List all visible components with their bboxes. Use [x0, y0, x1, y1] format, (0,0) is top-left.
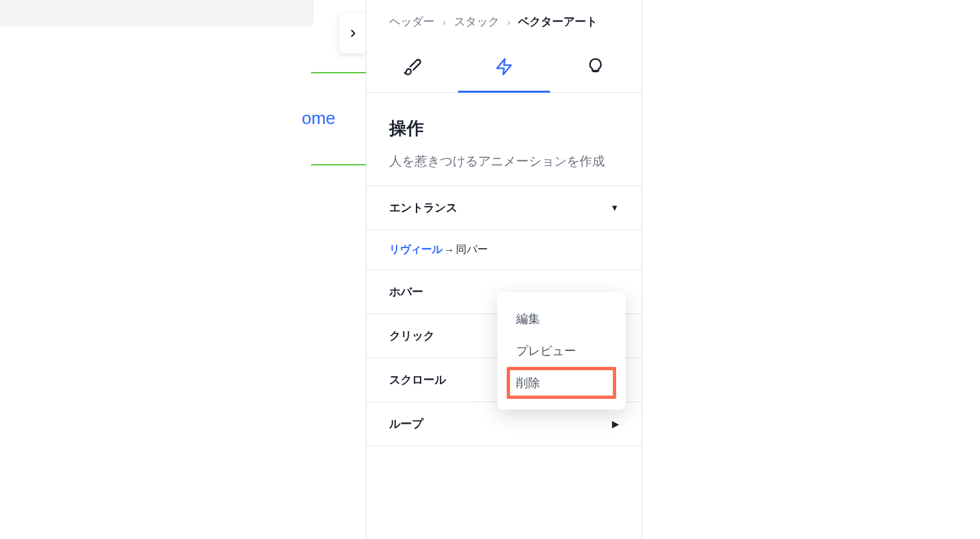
breadcrumb-separator: › — [507, 17, 511, 27]
svg-marker-0 — [497, 59, 511, 74]
breadcrumb-item-1[interactable]: スタック — [454, 15, 499, 29]
lightning-icon — [495, 57, 513, 76]
breadcrumb-current: ベクターアート — [518, 15, 597, 29]
tab-interactions[interactable] — [458, 41, 549, 92]
row-label: ループ — [389, 416, 423, 432]
section-header: 操作 人を惹きつけるアニメーションを作成 — [366, 93, 642, 185]
arrow-right-icon: → — [444, 244, 455, 256]
menu-item-delete[interactable]: 削除 — [507, 367, 616, 399]
tab-help[interactable] — [550, 41, 642, 92]
row-label: エントランス — [389, 200, 457, 215]
context-menu: 編集 プレビュー 削除 — [497, 292, 626, 410]
reveal-target-text: 同パー — [456, 243, 488, 257]
brush-icon — [403, 57, 422, 76]
properties-panel: ヘッダー › スタック › ベクターアート 操作 人を惹きつけるアニメーションを… — [366, 0, 642, 539]
panel-tabs — [366, 41, 642, 93]
section-description: 人を惹きつけるアニメーションを作成 — [389, 151, 619, 172]
chevron-right-icon — [347, 27, 359, 39]
reveal-link[interactable]: リヴィール — [389, 243, 443, 257]
row-reveal[interactable]: リヴィール → 同パー — [366, 230, 642, 270]
row-label: クリック — [389, 328, 435, 344]
row-entrance[interactable]: エントランス ▼ — [366, 186, 642, 230]
left-background-region: ome — [0, 0, 366, 539]
expand-panel-button[interactable] — [339, 13, 367, 53]
caret-right-icon: ▶ — [612, 419, 619, 429]
canvas-partial-text: ome — [302, 108, 336, 129]
row-label: ホバー — [389, 284, 423, 300]
breadcrumb-separator: › — [443, 17, 446, 27]
menu-item-preview[interactable]: プレビュー — [507, 335, 616, 367]
canvas-background — [0, 0, 314, 27]
breadcrumb: ヘッダー › スタック › ベクターアート — [366, 0, 642, 41]
tab-design[interactable] — [366, 41, 458, 92]
bulb-icon — [586, 57, 605, 76]
caret-down-icon: ▼ — [610, 203, 619, 213]
breadcrumb-item-0[interactable]: ヘッダー — [389, 15, 435, 29]
section-title: 操作 — [389, 117, 619, 140]
row-label: スクロール — [389, 372, 446, 388]
menu-item-edit[interactable]: 編集 — [507, 303, 616, 335]
